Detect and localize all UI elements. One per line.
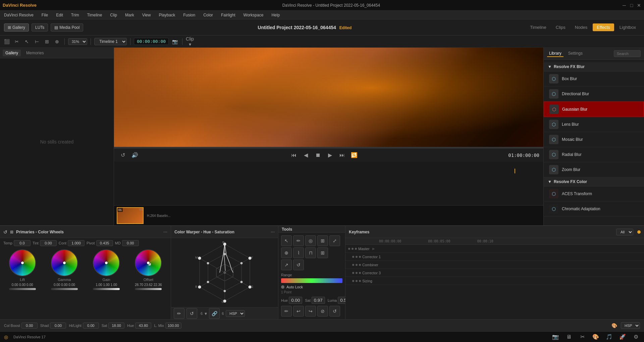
library-tab[interactable]: Library: [547, 50, 564, 57]
effect-directional-blur[interactable]: ⬡ Directional Blur: [544, 87, 644, 102]
redo-tool[interactable]: ↪: [305, 306, 316, 317]
rotate-tool[interactable]: ↺: [293, 260, 304, 270]
select2-tool[interactable]: ↗: [281, 260, 292, 270]
keyframes-all-selector[interactable]: All: [616, 229, 633, 235]
sat-input[interactable]: [312, 297, 325, 304]
memories-tab[interactable]: Memories: [23, 50, 47, 56]
gain-slider[interactable]: [93, 288, 120, 290]
nav-tab-effects[interactable]: Effects: [593, 23, 614, 31]
menu-trim[interactable]: Trim: [70, 12, 80, 18]
undo-tool[interactable]: ↩: [293, 306, 304, 317]
lift-slider[interactable]: [9, 288, 36, 290]
menu-mark[interactable]: Mark: [124, 12, 136, 18]
toolbar-clip-btn[interactable]: Clip ▾: [186, 38, 194, 46]
menu-playback[interactable]: Playback: [157, 12, 176, 18]
menu-file[interactable]: File: [40, 12, 49, 18]
effect-box-blur[interactable]: ⬡ Box Blur: [544, 71, 644, 87]
menu-timeline[interactable]: Timeline: [86, 12, 103, 18]
cursor-tool[interactable]: ↖: [281, 235, 292, 246]
status-settings-btn[interactable]: ⚙: [632, 333, 640, 341]
hilight-input[interactable]: [83, 323, 99, 329]
toolbar-blade-btn[interactable]: ✂: [13, 38, 21, 46]
smooth-tool[interactable]: ⌇: [293, 247, 304, 258]
timeline-selector[interactable]: Timeline 1: [94, 38, 127, 45]
sat-bottom-input[interactable]: [108, 323, 124, 329]
lift-wheel-circle[interactable]: [9, 249, 36, 276]
play-btn[interactable]: ▶: [325, 151, 335, 160]
minimize-btn[interactable]: ─: [622, 3, 627, 8]
clip-thumbnail[interactable]: 01 V1: [117, 207, 144, 224]
pencil2-tool[interactable]: ✏: [281, 306, 292, 317]
shad-input[interactable]: [50, 323, 66, 329]
temp-input[interactable]: [14, 240, 31, 246]
effect-aces-transform[interactable]: ⬡ ACES Transform: [544, 186, 644, 202]
hue-bottom-input[interactable]: [135, 323, 151, 329]
video-progress-bar[interactable]: [114, 147, 543, 148]
skip-start-btn[interactable]: ⏮: [289, 151, 299, 160]
color-warper-canvas[interactable]: R Y G C B M: [171, 238, 278, 307]
close-btn[interactable]: ✕: [637, 3, 641, 8]
cont-input[interactable]: [68, 240, 85, 246]
toolbar-add-btn[interactable]: ⊕: [53, 38, 61, 46]
color-section-header[interactable]: ▼ Resolve FX Color: [544, 177, 644, 186]
gamma-slider[interactable]: [51, 288, 78, 290]
loop-btn[interactable]: ↺: [118, 151, 127, 160]
status-camera-btn[interactable]: 📷: [551, 333, 559, 341]
effects-search-input[interactable]: [614, 50, 641, 57]
pivot-input[interactable]: [96, 240, 113, 246]
brush-tool[interactable]: ✏: [293, 235, 304, 246]
effect-mosaic-blur[interactable]: ⬡ Mosaic Blur: [544, 132, 644, 147]
toolbar-camera-btn[interactable]: 📷: [171, 38, 179, 46]
warper-pencil-btn[interactable]: ✏: [174, 308, 184, 319]
nav-tab-clips[interactable]: Clips: [552, 23, 570, 31]
scatter-tool[interactable]: ⊞: [317, 247, 328, 258]
toolbar-grid-btn[interactable]: ⊞: [43, 38, 51, 46]
scope-selector[interactable]: HSP: [621, 322, 640, 329]
menu-fusion[interactable]: Fusion: [182, 12, 197, 18]
md-input[interactable]: [122, 240, 139, 246]
color-mode-btn[interactable]: 🎨: [610, 322, 618, 330]
effect-radial-blur[interactable]: ⬡ Radial Blur: [544, 147, 644, 162]
nav-tab-nodes[interactable]: Nodes: [571, 23, 592, 31]
volume-btn[interactable]: 🔊: [130, 151, 140, 160]
auto-lock-label[interactable]: Auto Lock: [286, 285, 303, 289]
effect-zoom-blur[interactable]: ⬡ Zoom Blur: [544, 162, 644, 177]
effect-lens-blur[interactable]: ⬡ Lens Blur: [544, 117, 644, 132]
tint-input[interactable]: [40, 240, 57, 246]
menu-davinci[interactable]: DaVinci Resolve: [3, 12, 35, 18]
menu-edit[interactable]: Edit: [55, 12, 64, 18]
lmix-input[interactable]: [165, 323, 181, 329]
blur-section-header[interactable]: ▼ Resolve FX Blur: [544, 62, 644, 71]
menu-color[interactable]: Color: [202, 12, 214, 18]
gallery-button[interactable]: ⊞ Gallery: [4, 23, 29, 32]
gain-wheel-circle[interactable]: [93, 249, 120, 276]
warper-reset-btn[interactable]: ↺: [186, 308, 197, 319]
warper-more-icon[interactable]: ⋯: [271, 230, 275, 234]
settings-tab[interactable]: Settings: [566, 50, 585, 57]
gallery-tab[interactable]: Gallery: [3, 50, 21, 56]
luts-button[interactable]: LUTs: [32, 23, 48, 32]
offset-wheel-circle[interactable]: [135, 249, 162, 276]
media-pool-button[interactable]: ▤ Media Pool: [51, 23, 83, 32]
toolbar-tools-btn[interactable]: ⬛: [3, 38, 11, 46]
nav-tab-timeline[interactable]: Timeline: [526, 23, 550, 31]
menu-help[interactable]: Help: [270, 12, 281, 18]
nav-tab-lightbox[interactable]: Lightbox: [615, 23, 640, 31]
status-deliver-btn[interactable]: 🚀: [619, 333, 627, 341]
effect-chromatic-adaptation[interactable]: ⬡ Chromatic Adaptation: [544, 202, 644, 217]
toolbar-trim-btn[interactable]: ⊢: [33, 38, 41, 46]
warper-link-btn[interactable]: 🔗: [209, 308, 220, 319]
status-edit-btn[interactable]: ✂: [578, 333, 586, 341]
toolbar-select-btn[interactable]: ↖: [23, 38, 31, 46]
hue-input[interactable]: [289, 297, 302, 304]
status-color-btn[interactable]: 🎨: [592, 333, 600, 341]
menu-workspace[interactable]: Workspace: [242, 12, 265, 18]
stop-btn[interactable]: ⏹: [313, 151, 323, 160]
status-audio-btn[interactable]: 🎵: [605, 333, 613, 341]
cw-more-icon[interactable]: ⋯: [163, 230, 167, 234]
cw-reset-icon[interactable]: ↺: [3, 229, 7, 235]
repeat-btn[interactable]: 🔁: [350, 151, 359, 160]
effect-gaussian-blur[interactable]: ⬡ Gaussian Blur: [544, 102, 644, 117]
menu-clip[interactable]: Clip: [109, 12, 118, 18]
add-point-tool[interactable]: ⊕: [281, 247, 292, 258]
